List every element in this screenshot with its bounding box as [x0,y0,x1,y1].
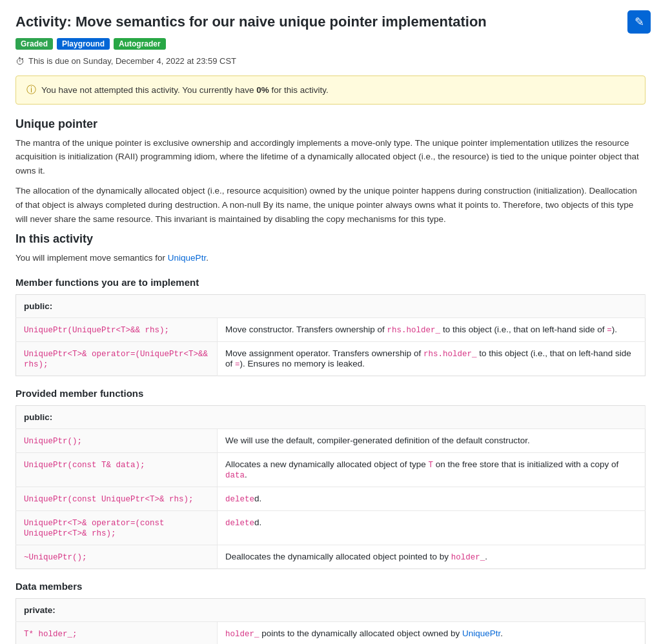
table-row: UniquePtr(const UniquePtr<T>& rhs); dele… [16,487,646,510]
data-members-header: private: [16,598,646,621]
due-date-text: This is due on Sunday, December 4, 2022 … [28,56,236,66]
member-functions-heading: Member functions you are to implement [15,277,646,288]
data-members-table: private: T* holder_; holder_ points to t… [15,598,646,644]
uniqueptr-link-data[interactable]: UniquePtr [462,629,500,638]
table-row: T* holder_; holder_ points to the dynami… [16,621,646,644]
provided-code-1: UniquePtr(); [16,428,218,452]
member-func-desc-1: Move constructor. Transfers ownership of… [218,317,646,341]
provided-desc-3: deleted. [218,487,646,510]
activity-text: You will implement move semantics for Un… [15,251,646,265]
unique-pointer-para1: The mantra of the unique pointer is excl… [15,136,646,178]
provided-code-2: UniquePtr(const T& data); [16,452,218,487]
data-member-code-1: T* holder_; [16,621,218,644]
member-functions-table: public: UniquePtr(UniquePtr<T>&& rhs); M… [15,294,646,376]
activity-heading: In this activity [15,232,646,246]
table-row: UniquePtr<T>& operator=(const UniquePtr<… [16,510,646,545]
alert-box: ⓘ You have not attempted this activity. … [15,75,646,105]
edit-icon: ✎ [635,15,644,29]
member-functions-header: public: [16,294,646,317]
table-row: UniquePtr(UniquePtr<T>&& rhs); Move cons… [16,317,646,341]
provided-desc-2: Allocates a new dynamically allocated ob… [218,452,646,487]
data-members-heading: Data members [15,581,646,592]
due-date: ⏱ This is due on Sunday, December 4, 202… [15,56,646,66]
uniqueptr-link-activity[interactable]: UniquePtr [168,253,206,263]
unique-pointer-heading: Unique pointer [15,117,646,131]
info-icon: ⓘ [26,84,36,96]
member-func-code-2: UniquePtr<T>& operator=(UniquePtr<T>&& r… [16,341,218,376]
table-row: UniquePtr(const T& data); Allocates a ne… [16,452,646,487]
provided-header-row: public: [16,405,646,428]
provided-code-5: ~UniquePtr(); [16,545,218,569]
unique-pointer-para2: The allocation of the dynamically alloca… [15,184,646,226]
page-title: Activity: Move semantics for our naive u… [15,13,646,32]
table-row: UniquePtr(); We will use the default, co… [16,428,646,452]
badge-autograder: Autograder [114,38,166,50]
table-row: UniquePtr<T>& operator=(UniquePtr<T>&& r… [16,341,646,376]
badge-playground: Playground [57,38,110,50]
provided-code-3: UniquePtr(const UniquePtr<T>& rhs); [16,487,218,510]
provided-desc-1: We will use the default, compiler-genera… [218,428,646,452]
edit-button[interactable]: ✎ [627,10,651,34]
badges-container: Graded Playground Autograder [15,38,646,50]
member-func-code-1: UniquePtr(UniquePtr<T>&& rhs); [16,317,218,341]
provided-code-4: UniquePtr<T>& operator=(const UniquePtr<… [16,510,218,545]
provided-table: public: UniquePtr(); We will use the def… [15,405,646,569]
clock-icon: ⏱ [15,56,25,66]
data-members-header-row: private: [16,598,646,621]
member-func-desc-2: Move assignment operator. Transfers owne… [218,341,646,376]
provided-heading: Provided member functions [15,388,646,399]
provided-desc-5: Deallocates the dynamically allocated ob… [218,545,646,569]
provided-header: public: [16,405,646,428]
data-member-desc-1: holder_ points to the dynamically alloca… [218,621,646,644]
member-functions-header-row: public: [16,294,646,317]
provided-desc-4: deleted. [218,510,646,545]
alert-text: You have not attempted this activity. Yo… [41,85,329,95]
table-row: ~UniquePtr(); Deallocates the dynamicall… [16,545,646,569]
badge-graded: Graded [15,38,53,50]
